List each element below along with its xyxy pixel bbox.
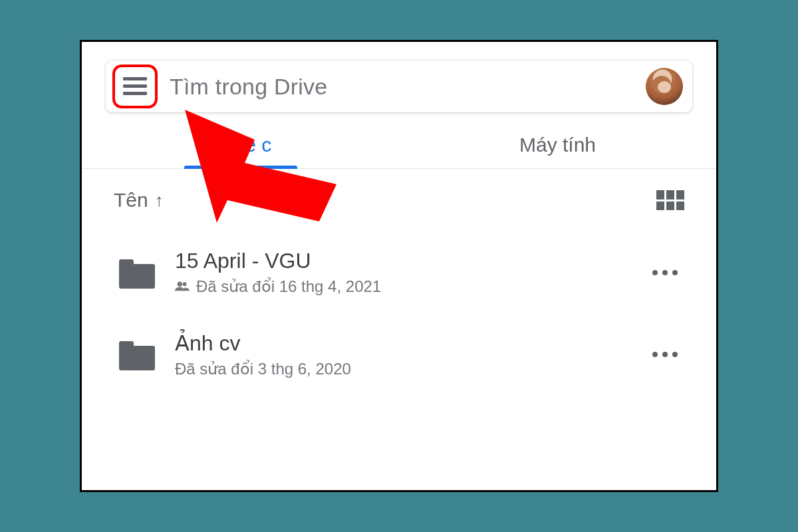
tab-my-drive[interactable]: Drive c [82, 134, 399, 168]
tab-computer[interactable]: Máy tính [399, 134, 716, 168]
search-input[interactable]: Tìm trong Drive [170, 74, 646, 100]
tab-bar: Drive c Máy tính [82, 134, 716, 169]
more-icon[interactable] [646, 263, 684, 282]
folder-icon [119, 259, 155, 289]
app-frame: Tìm trong Drive Drive c Máy tính Tên ↑ 1… [80, 40, 718, 492]
more-icon[interactable] [646, 345, 684, 364]
list-item-text: Ảnh cv Đã sửa đổi 3 thg 6, 2020 [175, 331, 646, 378]
file-list: 15 April - VGU Đã sửa đổi 16 thg 4, 2021… [82, 225, 716, 396]
avatar[interactable] [646, 68, 683, 105]
shared-icon [175, 279, 190, 295]
search-bar[interactable]: Tìm trong Drive [106, 61, 692, 112]
sort-row: Tên ↑ [82, 169, 716, 225]
svg-point-1 [183, 282, 187, 286]
list-item-text: 15 April - VGU Đã sửa đổi 16 thg 4, 2021 [175, 249, 646, 296]
menu-icon[interactable] [123, 77, 147, 96]
sort-by-name[interactable]: Tên ↑ [114, 189, 164, 211]
file-title: Ảnh cv [175, 331, 646, 356]
sort-label: Tên [114, 189, 148, 211]
list-item[interactable]: Ảnh cv Đã sửa đổi 3 thg 6, 2020 [119, 313, 684, 396]
menu-button-highlight [112, 65, 158, 108]
arrow-up-icon: ↑ [155, 190, 164, 211]
folder-icon [119, 341, 155, 370]
file-subtitle: Đã sửa đổi 3 thg 6, 2020 [175, 360, 646, 378]
file-title: 15 April - VGU [175, 249, 646, 273]
list-item[interactable]: 15 April - VGU Đã sửa đổi 16 thg 4, 2021 [119, 231, 684, 313]
grid-view-icon[interactable] [656, 190, 684, 210]
file-subtitle: Đã sửa đổi 16 thg 4, 2021 [175, 277, 646, 296]
svg-point-0 [178, 281, 182, 286]
